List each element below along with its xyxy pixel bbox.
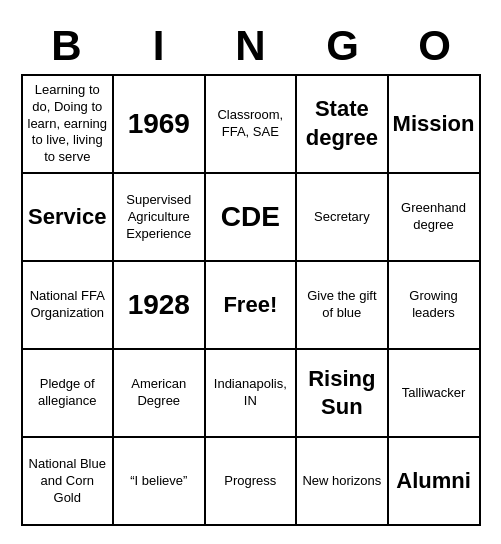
- bingo-cell: Learning to do, Doing to learn, earning …: [23, 76, 115, 174]
- bingo-cell: Greenhand degree: [389, 174, 481, 262]
- bingo-cell: National FFA Organization: [23, 262, 115, 350]
- bingo-cell: Indianapolis, IN: [206, 350, 298, 438]
- bingo-cell: Growing leaders: [389, 262, 481, 350]
- bingo-cell: 1969: [114, 76, 206, 174]
- bingo-cell: New horizons: [297, 438, 389, 526]
- bingo-cell: Alumni: [389, 438, 481, 526]
- bingo-cell: CDE: [206, 174, 298, 262]
- bingo-cell: Mission: [389, 76, 481, 174]
- bingo-header: BINGO: [21, 18, 481, 74]
- header-letter: N: [205, 18, 297, 74]
- header-letter: I: [113, 18, 205, 74]
- bingo-card: BINGO Learning to do, Doing to learn, ea…: [11, 8, 491, 536]
- bingo-cell: Supervised Agriculture Experience: [114, 174, 206, 262]
- header-letter: B: [21, 18, 113, 74]
- bingo-cell: Rising Sun: [297, 350, 389, 438]
- bingo-cell: “I believe”: [114, 438, 206, 526]
- bingo-cell: State degree: [297, 76, 389, 174]
- bingo-cell: Service: [23, 174, 115, 262]
- bingo-cell: Pledge of allegiance: [23, 350, 115, 438]
- bingo-cell: Give the gift of blue: [297, 262, 389, 350]
- bingo-cell: Secretary: [297, 174, 389, 262]
- header-letter: O: [389, 18, 481, 74]
- bingo-cell: Talliwacker: [389, 350, 481, 438]
- header-letter: G: [297, 18, 389, 74]
- bingo-grid: Learning to do, Doing to learn, earning …: [21, 74, 481, 526]
- bingo-cell: National Blue and Corn Gold: [23, 438, 115, 526]
- bingo-cell: Progress: [206, 438, 298, 526]
- bingo-cell: Classroom, FFA, SAE: [206, 76, 298, 174]
- bingo-cell: American Degree: [114, 350, 206, 438]
- bingo-cell: 1928: [114, 262, 206, 350]
- bingo-cell: Free!: [206, 262, 298, 350]
